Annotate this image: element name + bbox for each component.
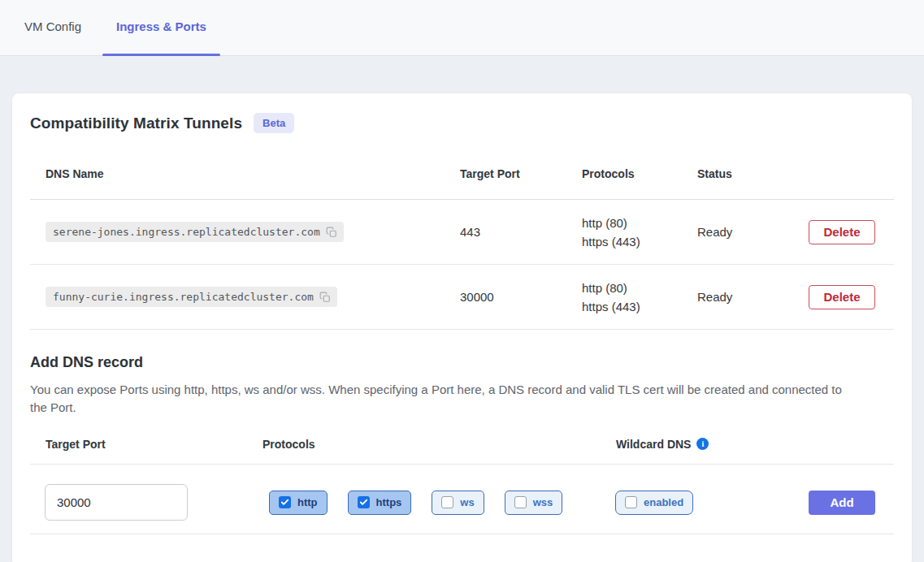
delete-button[interactable]: Delete <box>809 220 875 244</box>
protocol-checkbox-wss[interactable]: wss <box>505 491 563 515</box>
table-row: funny-curie.ingress.replicatedcluster.co… <box>30 265 894 330</box>
add-dns-record-description: You can expose Ports using http, https, … <box>30 381 851 417</box>
target-port-field-cell <box>45 484 262 521</box>
col-header-status: Status <box>697 167 797 180</box>
table-header-row: DNS Name Target Port Protocols Status <box>30 148 894 200</box>
form-label-wildcard-dns: Wildcard DNS i <box>616 438 875 451</box>
wildcard-enabled-checkbox[interactable]: enabled <box>615 491 693 515</box>
protocol-checkbox-label: wss <box>533 496 553 508</box>
tab-ingress-ports[interactable]: Ingress & Ports <box>102 19 220 55</box>
wildcard-dns-cell: enabled <box>615 491 809 515</box>
checkbox-checked-icon <box>279 496 291 508</box>
status-cell: Ready <box>697 225 797 239</box>
protocols-cell: http (80) https (443) <box>582 279 697 315</box>
protocol-checkbox-http[interactable]: http <box>269 491 328 515</box>
delete-button[interactable]: Delete <box>809 285 875 309</box>
form-label-protocols: Protocols <box>262 438 616 451</box>
protocol-line: https (443) <box>582 298 697 315</box>
wildcard-checkbox-label: enabled <box>644 496 683 508</box>
card-title-row: Compatibility Matrix Tunnels Beta <box>30 113 894 133</box>
tab-vm-config[interactable]: VM Config <box>11 19 95 55</box>
protocols-cell: http (80) https (443) <box>582 214 697 250</box>
status-cell: Ready <box>697 290 797 304</box>
protocol-line: https (443) <box>582 233 697 250</box>
dns-pill: serene-jones.ingress.replicatedcluster.c… <box>46 222 344 242</box>
checkbox-unchecked-icon <box>441 496 453 508</box>
dns-name-text: serene-jones.ingress.replicatedcluster.c… <box>53 226 320 238</box>
dns-name-cell: serene-jones.ingress.replicatedcluster.c… <box>46 222 460 242</box>
add-button[interactable]: Add <box>809 491 875 515</box>
copy-icon[interactable] <box>326 227 337 238</box>
col-header-protocols: Protocols <box>582 167 697 180</box>
add-form-row: http https ws wss enabled Ad <box>30 465 894 534</box>
info-icon[interactable]: i <box>696 438 709 450</box>
col-header-dns-name: DNS Name <box>46 167 460 180</box>
protocol-line: http (80) <box>582 279 697 296</box>
protocol-checkbox-group: http https ws wss <box>269 491 615 515</box>
checkbox-unchecked-icon <box>514 496 527 508</box>
protocol-checkbox-https[interactable]: https <box>348 491 412 515</box>
target-port-cell: 443 <box>460 225 582 239</box>
action-cell: Delete <box>809 285 875 309</box>
form-label-target-port: Target Port <box>46 438 262 451</box>
protocol-checkbox-ws[interactable]: ws <box>432 491 484 515</box>
protocol-line: http (80) <box>582 214 697 231</box>
protocol-checkbox-label: http <box>297 496 318 508</box>
protocol-checkbox-label: ws <box>460 496 474 508</box>
dns-pill: funny-curie.ingress.replicatedcluster.co… <box>46 287 337 307</box>
checkbox-checked-icon <box>358 496 370 508</box>
beta-badge: Beta <box>254 113 294 133</box>
compatibility-matrix-tunnels-card: Compatibility Matrix Tunnels Beta DNS Na… <box>11 93 913 562</box>
dns-name-cell: funny-curie.ingress.replicatedcluster.co… <box>46 287 460 307</box>
tab-bar: VM Config Ingress & Ports <box>0 0 924 56</box>
wildcard-dns-label-text: Wildcard DNS <box>616 438 691 451</box>
add-dns-record-title: Add DNS record <box>30 354 894 371</box>
protocol-checkbox-label: https <box>376 496 402 508</box>
target-port-cell: 30000 <box>460 290 582 304</box>
add-form-header-row: Target Port Protocols Wildcard DNS i <box>30 436 894 452</box>
col-header-target-port: Target Port <box>460 167 582 180</box>
target-port-input[interactable] <box>45 484 188 521</box>
action-cell: Delete <box>809 220 875 244</box>
table-row: serene-jones.ingress.replicatedcluster.c… <box>30 200 894 265</box>
dns-name-text: funny-curie.ingress.replicatedcluster.co… <box>53 291 314 303</box>
copy-icon[interactable] <box>319 292 331 303</box>
checkbox-unchecked-icon <box>625 496 637 508</box>
card-title: Compatibility Matrix Tunnels <box>30 115 242 132</box>
